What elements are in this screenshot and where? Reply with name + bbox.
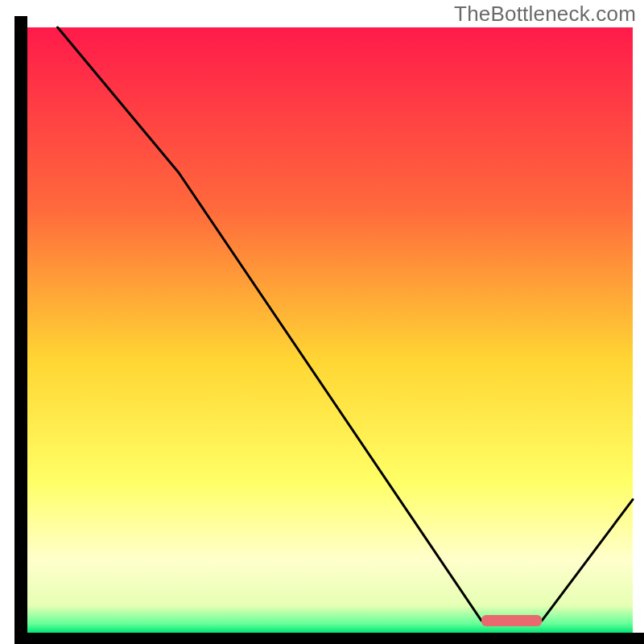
chart-container: TheBottleneck.com: [0, 0, 644, 644]
watermark-text: TheBottleneck.com: [454, 2, 636, 27]
bottleneck-chart: [0, 0, 644, 644]
plot-background: [27, 27, 633, 633]
optimal-range-marker: [481, 615, 542, 626]
